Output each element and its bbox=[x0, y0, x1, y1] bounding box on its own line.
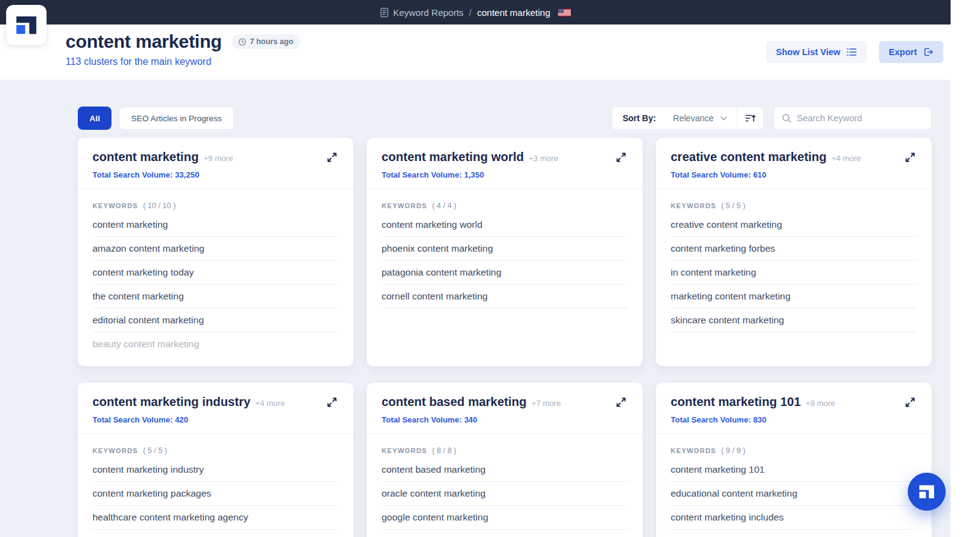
cluster-card-body: KEYWORDS ( 5 / 5 ) content marketing ind… bbox=[78, 434, 353, 537]
breadcrumb-keyword-reports[interactable]: Keyword Reports bbox=[380, 7, 464, 18]
cluster-card-header: content based marketing +7 more Total Se… bbox=[367, 383, 643, 434]
expand-icon[interactable] bbox=[325, 151, 339, 164]
page-header: content marketing 7 hours ago 113 cluste… bbox=[0, 24, 951, 80]
search-input[interactable] bbox=[797, 113, 924, 123]
filter-tabs: All SEO Articles in Progress bbox=[78, 107, 234, 130]
keyword-item: phoenix content marketing bbox=[382, 237, 628, 261]
keyword-item: content based marketing bbox=[382, 458, 628, 482]
filters-toolbar: All SEO Articles in Progress Sort By: Re… bbox=[78, 107, 932, 130]
keyword-item: amazon content marketing bbox=[92, 237, 339, 261]
cluster-card-header: content marketing +9 more Total Search V… bbox=[78, 138, 353, 189]
expand-icon[interactable] bbox=[614, 396, 628, 409]
cluster-card-body: KEYWORDS ( 10 / 10 ) content marketingam… bbox=[78, 189, 353, 356]
cluster-title: content marketing industry bbox=[92, 395, 251, 409]
help-widget-logo-icon bbox=[916, 481, 937, 502]
tab-all[interactable]: All bbox=[78, 107, 111, 130]
cluster-card-header: creative content marketing +4 more Total… bbox=[656, 138, 932, 189]
cluster-card-body: KEYWORDS ( 4 / 4 ) content marketing wor… bbox=[367, 189, 643, 309]
keyword-list: content marketingamazon content marketin… bbox=[92, 213, 339, 356]
keyword-item: creative content marketing bbox=[671, 213, 917, 237]
clusters-grid: content marketing +9 more Total Search V… bbox=[78, 138, 932, 537]
keyword-item: content marketing for business bbox=[382, 530, 628, 537]
keyword-item: strategic content marketing bbox=[92, 530, 339, 537]
expand-icon[interactable] bbox=[903, 396, 917, 409]
cluster-card: content marketing +9 more Total Search V… bbox=[78, 138, 353, 366]
volume-value: 340 bbox=[464, 415, 478, 424]
keywords-label: KEYWORDS bbox=[671, 447, 716, 454]
keywords-count: ( 5 / 5 ) bbox=[143, 446, 167, 455]
keyword-item: cornell content marketing bbox=[382, 285, 628, 309]
keyword-item: skincare content marketing bbox=[671, 309, 917, 332]
keyword-item: healthcare content marketing agency bbox=[92, 506, 339, 530]
breadcrumb-parent-label: Keyword Reports bbox=[393, 7, 464, 18]
keyword-item: patagonia content marketing bbox=[382, 261, 628, 285]
show-list-view-button[interactable]: Show List View bbox=[766, 41, 867, 63]
total-search-volume: Total Search Volume: 1,350 bbox=[382, 170, 628, 179]
volume-value: 830 bbox=[753, 415, 767, 424]
clusters-count-subtitle: 113 clusters for the main keyword bbox=[66, 56, 300, 67]
volume-value: 33,250 bbox=[175, 170, 200, 179]
keywords-count: ( 5 / 5 ) bbox=[721, 201, 745, 210]
app-page: Keyword Reports / content marketing bbox=[0, 0, 951, 537]
keyword-item: google content marketing bbox=[382, 506, 628, 530]
list-view-icon bbox=[846, 48, 857, 56]
clock-icon bbox=[238, 38, 246, 46]
toolbar-right: Sort By: Relevance bbox=[612, 107, 932, 130]
keyword-item: marketing content marketing bbox=[671, 285, 917, 309]
cluster-card: content marketing industry +4 more Total… bbox=[78, 383, 353, 537]
cluster-more-count: +8 more bbox=[805, 399, 835, 408]
keyword-item: content marketing today bbox=[92, 261, 339, 285]
breadcrumb-current-keyword: content marketing bbox=[477, 7, 550, 18]
expand-icon[interactable] bbox=[614, 151, 628, 164]
keyword-list: creative content marketingcontent market… bbox=[671, 213, 917, 332]
cluster-more-count: +3 more bbox=[529, 154, 558, 163]
expand-icon[interactable] bbox=[903, 151, 917, 164]
keyword-search bbox=[774, 107, 932, 130]
cluster-more-count: +7 more bbox=[532, 399, 561, 408]
keywords-count: ( 4 / 4 ) bbox=[432, 201, 456, 210]
sort-by-dropdown[interactable]: Sort By: Relevance bbox=[612, 107, 764, 130]
updated-time-badge: 7 hours ago bbox=[232, 34, 300, 49]
cluster-title: content marketing world bbox=[382, 150, 524, 164]
keywords-count: ( 8 / 8 ) bbox=[432, 446, 456, 455]
cluster-title: content marketing bbox=[92, 150, 198, 164]
cluster-card: content marketing 101 +8 more Total Sear… bbox=[656, 383, 932, 537]
volume-label: Total Search Volume: bbox=[92, 415, 173, 424]
keyword-item: content marketing 101 bbox=[671, 458, 917, 482]
keyword-item: oracle content marketing bbox=[382, 482, 628, 506]
keyword-item: content marketing industry bbox=[92, 458, 339, 482]
tab-seo-articles-in-progress[interactable]: SEO Articles in Progress bbox=[119, 107, 234, 130]
export-button[interactable]: Export bbox=[879, 41, 943, 63]
keywords-label: KEYWORDS bbox=[382, 202, 427, 209]
keywords-count: ( 9 / 9 ) bbox=[721, 446, 745, 455]
volume-label: Total Search Volume: bbox=[671, 170, 751, 179]
keyword-list: content marketing industrycontent market… bbox=[92, 458, 339, 537]
export-icon bbox=[923, 47, 933, 57]
expand-icon[interactable] bbox=[325, 396, 339, 409]
total-search-volume: Total Search Volume: 340 bbox=[382, 415, 628, 424]
app-logo[interactable] bbox=[6, 5, 47, 45]
breadcrumb-separator: / bbox=[469, 7, 472, 18]
volume-label: Total Search Volume: bbox=[92, 170, 173, 179]
volume-value: 420 bbox=[175, 415, 189, 424]
keyword-item: content marketing bbox=[92, 213, 339, 237]
keyword-item: editorial content marketing bbox=[92, 309, 339, 332]
volume-label: Total Search Volume: bbox=[382, 170, 462, 179]
cluster-more-count: +4 more bbox=[255, 399, 285, 408]
volume-value: 610 bbox=[753, 170, 767, 179]
help-widget-button[interactable] bbox=[908, 473, 946, 511]
keyword-item: the content marketing bbox=[92, 285, 339, 309]
cluster-card-header: content marketing 101 +8 more Total Sear… bbox=[656, 383, 932, 434]
keyword-item: content marketing packages bbox=[92, 482, 339, 506]
sort-by-value: Relevance bbox=[673, 113, 714, 123]
keyword-item: content marketing forbes bbox=[671, 237, 917, 261]
cluster-title: content based marketing bbox=[382, 395, 527, 409]
cluster-card-body: KEYWORDS ( 8 / 8 ) content based marketi… bbox=[367, 434, 643, 537]
sort-direction-button[interactable] bbox=[737, 107, 763, 129]
us-flag-icon bbox=[558, 9, 571, 17]
keyword-item: why content marketing bbox=[671, 530, 917, 537]
cluster-card-header: content marketing industry +4 more Total… bbox=[78, 383, 353, 434]
cluster-card: content based marketing +7 more Total Se… bbox=[367, 383, 643, 537]
volume-label: Total Search Volume: bbox=[382, 415, 462, 424]
keyword-item: content marketing includes bbox=[671, 506, 917, 530]
